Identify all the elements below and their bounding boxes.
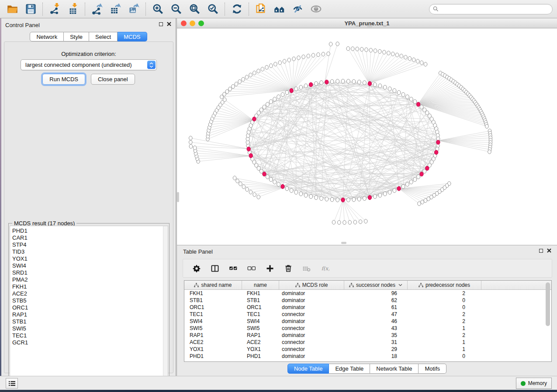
share-document-button[interactable] [253,2,269,17]
mcds-result-list[interactable]: PHD1CAR1STP4TID3YOX1SWI4SRD1PMA2FKH1ACE2… [10,226,168,381]
search-input[interactable] [441,6,549,12]
close-panel-icon[interactable] [167,22,171,26]
show-graphics-details-button[interactable] [308,2,324,17]
table-row[interactable]: ORC1ORC1dominator610 [184,304,551,311]
network-overview-button[interactable] [271,2,287,17]
column-header-name[interactable]: name [242,281,279,289]
cell-predecessor-nodes: 0 [408,353,481,360]
mcds-node-item[interactable]: TID3 [10,248,168,255]
hide-graphics-details-button[interactable] [290,2,305,17]
mcds-node-item[interactable]: STB5 [10,297,168,304]
task-history-button[interactable] [6,378,18,389]
result-list-scrollbar[interactable] [163,226,168,380]
select-all-rows-button[interactable] [228,263,239,274]
search-field[interactable] [429,4,553,14]
refresh-view-button[interactable] [229,2,245,17]
open-file-button[interactable] [4,2,20,17]
table-options-gear-button[interactable] [191,263,202,274]
table-row[interactable]: STB1STB1dominator620 [184,297,551,304]
tab-select[interactable]: Select [89,32,118,41]
mcds-node-item[interactable]: ORC1 [10,304,168,311]
mcds-node-item[interactable]: CAR1 [10,234,168,241]
cell-shared-name: SWI5 [184,325,242,332]
export-image-icon [128,3,140,15]
zoom-out-button[interactable] [168,2,184,17]
cell-successor-nodes: 96 [344,290,408,297]
table-scrollbar-thumb[interactable] [546,282,550,326]
cell-name: YOX1 [242,346,279,353]
table-row[interactable]: SWI5SWI5connector431 [184,325,551,332]
mcds-node-item[interactable]: STB1 [10,318,168,325]
table-row[interactable]: SWI4SWI4dominator462 [184,318,551,325]
export-network-button[interactable] [89,2,105,17]
table-row[interactable]: RAP1RAP1dominator352 [184,332,551,339]
open-file-icon [7,3,18,15]
float-panel-icon[interactable] [159,22,163,26]
mcds-node-item[interactable]: SWI4 [10,262,168,269]
close-panel-icon[interactable] [547,248,551,253]
delete-table-button [301,263,312,274]
cell-predecessor-nodes: 2 [408,311,481,318]
tab-network-table[interactable]: Network Table [370,364,419,374]
cell-name: STB1 [242,297,279,304]
network-graph[interactable] [177,28,557,244]
table-row[interactable]: YOX1YOX1connector291 [184,346,551,353]
cell-MCDS-role: dominator [279,297,344,304]
float-panel-icon[interactable] [539,249,543,253]
table-row[interactable]: FKH1FKH1dominator962 [184,290,551,297]
zoom-fit-button[interactable] [187,2,202,17]
tab-node-table[interactable]: Node Table [287,364,329,374]
mcds-node-item[interactable]: ACE2 [10,290,168,297]
cell-predecessor-nodes: 1 [408,346,481,353]
node-table: shared namenameMCDS rolesuccessor nodesp… [184,280,552,362]
cell-MCDS-role: connector [279,311,344,318]
export-image-button[interactable] [126,2,142,17]
create-column-button[interactable] [264,263,276,274]
tab-style[interactable]: Style [64,32,89,41]
mcds-node-item[interactable]: FKH1 [10,283,168,290]
mcds-node-item[interactable]: STP4 [10,241,168,248]
cell-MCDS-role: connector [279,346,344,353]
network-view-canvas[interactable] [176,28,557,245]
mcds-node-item[interactable]: GCR1 [10,339,168,346]
mcds-node-item[interactable]: TEC1 [10,332,168,339]
column-header-successor-nodes[interactable]: successor nodes [344,281,408,289]
splitter-grip-left[interactable] [177,192,179,202]
show-columns-icon [211,264,219,273]
mcds-node-item[interactable]: SWI5 [10,325,168,332]
toolbar-separator [225,3,225,16]
deselect-all-rows-button[interactable] [246,263,257,274]
save-session-button[interactable] [23,2,38,17]
mcds-node-item[interactable]: YOX1 [10,255,168,262]
table-row[interactable]: PHD1PHD1dominator180 [184,353,551,360]
optimization-criterion-label: Optimization criterion: [4,51,173,57]
mcds-node-item[interactable]: PMA2 [10,276,168,283]
mcds-node-item[interactable]: RAP1 [10,311,168,318]
tab-edge-table[interactable]: Edge Table [329,364,370,374]
splitter-grip-top[interactable] [367,25,372,28]
close-panel-button[interactable]: Close panel [91,74,135,85]
tab-network[interactable]: Network [30,32,64,41]
import-network-button[interactable] [47,2,62,17]
tab-motifs[interactable]: Motifs [419,364,446,374]
column-header-MCDS-role[interactable]: MCDS role [279,281,344,289]
mcds-node-item[interactable]: PHD1 [10,227,168,234]
zoom-selected-button[interactable] [205,2,221,17]
import-table-button[interactable] [65,2,81,17]
delete-columns-button[interactable] [283,263,294,274]
criterion-dropdown[interactable]: largest connected component (undirected) [21,59,157,70]
zoom-in-button[interactable] [150,2,166,17]
show-columns-button[interactable] [209,263,221,274]
export-table-button[interactable] [107,2,123,17]
cell-MCDS-role: dominator [279,318,344,325]
column-header-shared-name[interactable]: shared name [184,281,242,289]
memory-button[interactable]: Memory [516,378,552,389]
tab-mcds[interactable]: MCDS [118,32,147,41]
mcds-node-item[interactable]: SRD1 [10,269,168,276]
splitter-grip-bottom[interactable] [341,242,346,244]
run-mcds-button[interactable]: Run MCDS [42,74,85,85]
table-row[interactable]: TEC1TEC1connector472 [184,311,551,318]
column-header-predecessor-nodes[interactable]: predecessor nodes [408,281,481,289]
delete-table-icon [302,264,311,273]
table-row[interactable]: ACE2ACE2connector311 [184,339,551,346]
